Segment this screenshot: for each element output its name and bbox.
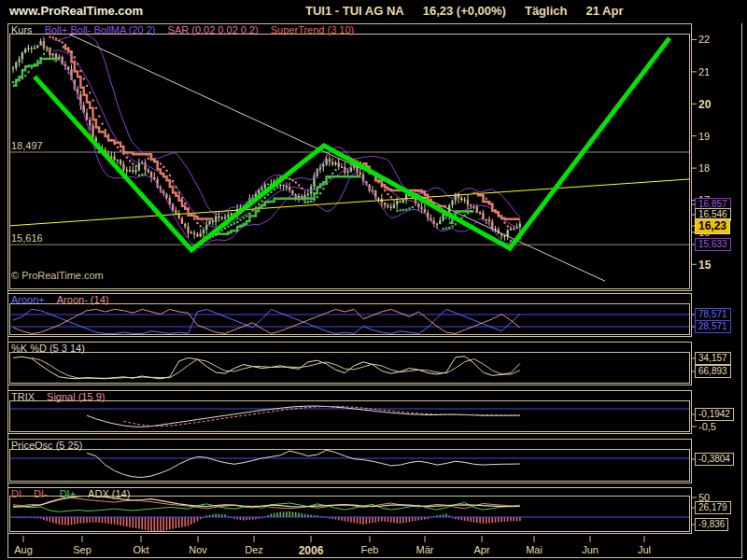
candle-body: [129, 170, 131, 171]
di-histogram-bar: [169, 517, 171, 529]
di-histogram-bar: [396, 517, 398, 524]
sar-dot: [264, 197, 266, 199]
sar-dot: [58, 39, 60, 41]
candle-body: [482, 213, 484, 219]
di-histogram-bar: [295, 512, 297, 517]
di-histogram-bar: [86, 517, 88, 523]
sar-dot: [507, 225, 509, 227]
sar-dot: [24, 75, 26, 77]
prorealtime-window: www.ProRealTime.com TUI1 - TUI AG NA 16,…: [0, 0, 747, 560]
candle-body: [377, 198, 379, 199]
candle-body: [322, 164, 324, 166]
stoch-d-line: [32, 357, 520, 378]
di-histogram-bar: [519, 517, 521, 521]
di-histogram-bar: [292, 511, 294, 517]
di-histogram-bar: [107, 517, 109, 524]
di-histogram-bar: [374, 517, 376, 523]
di-histogram-bar: [172, 517, 174, 529]
di-histogram-bar: [366, 517, 368, 524]
adx-plot: [9, 496, 690, 532]
candle-body: [187, 227, 189, 233]
di-histogram-bar: [464, 517, 466, 521]
zigzag-drawing: [35, 38, 669, 250]
di-histogram-bar: [400, 517, 402, 524]
sar-dot: [52, 36, 54, 38]
di-histogram-bar: [483, 517, 485, 524]
sar-dot: [153, 160, 155, 161]
di-histogram-bar: [46, 517, 48, 521]
sar-dot: [467, 212, 469, 214]
sar-dot: [200, 225, 202, 227]
candle-body: [436, 224, 438, 225]
di-histogram-bar: [276, 512, 278, 517]
sar-dot: [491, 204, 493, 206]
candle-body: [120, 160, 121, 164]
di-histogram-bar: [160, 517, 162, 532]
candle-body: [393, 204, 395, 208]
candle-body: [89, 119, 91, 125]
sar-dot: [150, 158, 152, 160]
candle-body: [479, 213, 481, 214]
di-histogram-bar: [135, 517, 137, 528]
sar-dot: [188, 207, 190, 209]
candle-body: [341, 167, 343, 168]
di-histogram-bar: [479, 517, 481, 524]
sar-dot: [86, 85, 88, 87]
di-histogram-bar: [89, 517, 91, 523]
di-histogram-bar: [133, 517, 134, 527]
sar-dot: [412, 206, 414, 208]
di-histogram-bar: [120, 517, 121, 525]
sar-dot: [424, 193, 426, 195]
di-histogram-bar: [62, 517, 63, 525]
candle-body: [396, 201, 398, 204]
candle-body: [458, 194, 459, 199]
sar-dot: [148, 158, 149, 160]
candle-body: [451, 201, 453, 205]
candle-body: [190, 232, 192, 233]
sar-dot: [34, 63, 35, 65]
di-histogram-bar: [495, 517, 497, 523]
sar-dot: [132, 162, 134, 164]
di-histogram-bar: [286, 511, 288, 517]
candle-body: [117, 160, 119, 161]
candle-body: [208, 220, 210, 224]
sar-dot: [236, 221, 238, 223]
sar-dot: [252, 209, 254, 211]
candle-body: [439, 220, 441, 224]
di-histogram-bar: [271, 513, 273, 517]
sar-dot: [55, 37, 57, 39]
stoch-k-line: [13, 357, 520, 379]
di-histogram-bar: [467, 517, 469, 522]
chart-canvas[interactable]: [0, 0, 747, 560]
candle-body: [424, 209, 426, 213]
candle-body: [31, 49, 33, 49]
di-histogram-bar: [154, 517, 156, 531]
candle-body: [359, 173, 361, 175]
sar-dot: [334, 169, 336, 171]
di-histogram-bar: [166, 517, 168, 530]
di-histogram-bar: [59, 517, 61, 525]
sar-dot: [144, 174, 146, 175]
sar-dot: [110, 139, 112, 141]
candle-body: [148, 170, 149, 173]
sar-dot: [138, 175, 140, 176]
sar-dot: [120, 149, 121, 151]
di-histogram-bar: [381, 517, 383, 521]
di-histogram-bar: [52, 517, 54, 523]
di-histogram-bar: [150, 517, 152, 531]
di-histogram-bar: [49, 517, 51, 522]
candle-body: [387, 205, 388, 207]
di-histogram-bar: [504, 517, 506, 522]
candle-body: [86, 113, 88, 120]
di-histogram-bar: [80, 517, 82, 524]
sar-dot: [470, 210, 472, 212]
candle-body: [470, 204, 472, 206]
di-histogram-bar: [384, 517, 386, 522]
di-histogram-bar: [110, 517, 112, 524]
candle-body: [221, 217, 223, 218]
di-histogram-bar: [74, 517, 76, 525]
sar-dot: [400, 209, 402, 211]
sar-dot: [329, 177, 331, 179]
di-histogram-bar: [491, 517, 493, 523]
di-histogram-bar: [402, 517, 404, 523]
